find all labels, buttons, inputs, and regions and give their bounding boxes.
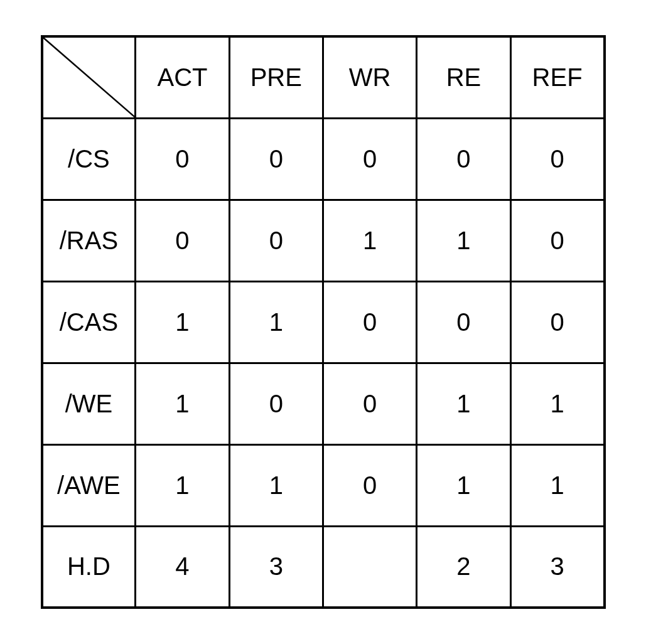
cell: 0	[417, 118, 510, 200]
cell: 4	[136, 526, 229, 608]
cell: 0	[136, 200, 229, 281]
svg-line-0	[43, 38, 135, 117]
col-header: RE	[417, 36, 510, 118]
cell: 0	[323, 444, 416, 526]
cell: 0	[510, 200, 604, 281]
diagonal-slash-icon	[43, 38, 135, 117]
cell: 1	[510, 444, 604, 526]
cell: 3	[229, 526, 323, 608]
corner-cell	[42, 36, 136, 118]
row-header: /RAS	[42, 200, 136, 281]
table-header-row: ACT PRE WR RE REF	[42, 36, 605, 118]
col-header: WR	[323, 36, 416, 118]
cell: 1	[417, 200, 510, 281]
cell: 0	[323, 118, 416, 200]
cell: 1	[136, 281, 229, 363]
cell: 1	[323, 200, 416, 281]
cell: 1	[510, 363, 604, 444]
cell: 2	[417, 526, 510, 608]
cell	[323, 526, 416, 608]
signal-command-table: ACT PRE WR RE REF /CS 0 0 0 0 0 /RAS 0 0…	[41, 35, 606, 609]
cell: 1	[417, 444, 510, 526]
cell: 0	[323, 281, 416, 363]
cell: 1	[136, 363, 229, 444]
col-header: REF	[510, 36, 604, 118]
cell: 3	[510, 526, 604, 608]
row-header: /WE	[42, 363, 136, 444]
row-header: /CS	[42, 118, 136, 200]
table: ACT PRE WR RE REF /CS 0 0 0 0 0 /RAS 0 0…	[41, 35, 606, 609]
col-header: PRE	[229, 36, 323, 118]
cell: 1	[136, 444, 229, 526]
table-row: /RAS 0 0 1 1 0	[42, 200, 605, 281]
cell: 0	[417, 281, 510, 363]
cell: 0	[229, 200, 323, 281]
cell: 0	[136, 118, 229, 200]
cell: 1	[229, 444, 323, 526]
table-row: /CS 0 0 0 0 0	[42, 118, 605, 200]
row-header: /AWE	[42, 444, 136, 526]
table-row: /CAS 1 1 0 0 0	[42, 281, 605, 363]
table-row: /AWE 1 1 0 1 1	[42, 444, 605, 526]
cell: 0	[229, 118, 323, 200]
cell: 0	[229, 363, 323, 444]
row-header: /CAS	[42, 281, 136, 363]
table-row: /WE 1 0 0 1 1	[42, 363, 605, 444]
table-row: H.D 4 3 2 3	[42, 526, 605, 608]
col-header: ACT	[136, 36, 229, 118]
cell: 1	[229, 281, 323, 363]
cell: 0	[323, 363, 416, 444]
row-header: H.D	[42, 526, 136, 608]
cell: 0	[510, 281, 604, 363]
cell: 0	[510, 118, 604, 200]
cell: 1	[417, 363, 510, 444]
